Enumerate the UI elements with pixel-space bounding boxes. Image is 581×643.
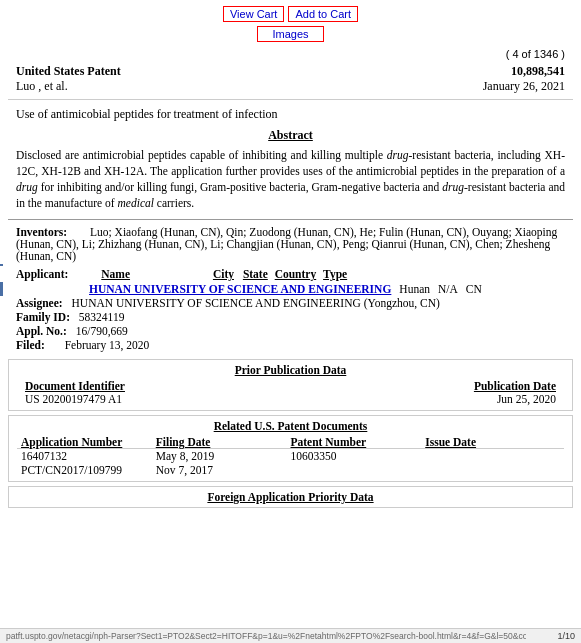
foreign-title: Foreign Application Priority Data <box>17 491 564 503</box>
applicant-label-row: Applicant: Name City State Country Type <box>0 266 581 282</box>
patent-header-right: 10,898,541 January 26, 2021 <box>483 64 565 94</box>
prior-pub-header: Document Identifier Publication Date <box>17 380 564 392</box>
filing-date-1: May 8, 2019 <box>156 450 291 462</box>
doc-id-value: US 20200197479 A1 <box>25 393 122 405</box>
assignee-label: Assignee: <box>16 297 63 309</box>
top-buttons: View Cart Add to Cart <box>0 0 581 24</box>
images-bar: Images <box>0 24 581 46</box>
doc-id-header: Document Identifier <box>25 380 125 392</box>
bottom-page: 1/10 <box>557 631 575 641</box>
applicant-city-header: City <box>213 268 234 280</box>
patent-num-2 <box>291 464 426 476</box>
patent-number: 10,898,541 <box>483 64 565 79</box>
inventors-label: Inventors: <box>16 226 86 238</box>
related-section: Related U.S. Patent Documents Applicatio… <box>8 415 573 482</box>
issue-date-header: Issue Date <box>425 436 560 448</box>
patent-num-header: Patent Number <box>291 436 426 448</box>
applicant-city-value: Hunan <box>399 283 430 295</box>
applicant-country-value: CN <box>466 283 482 295</box>
family-row: Family ID: 58324119 <box>0 310 581 324</box>
assignee-value: HUNAN UNIVERSITY OF SCIENCE AND ENGINEER… <box>72 297 440 309</box>
patent-title: Use of antimicobial peptides for treatme… <box>0 103 581 124</box>
inventors-value: Luo; Xiaofang (Hunan, CN), Qin; Zuodong … <box>16 226 557 262</box>
prior-pub-section: Prior Publication Data Document Identifi… <box>8 359 573 411</box>
filing-date-2: Nov 7, 2017 <box>156 464 291 476</box>
app-num-header: Application Number <box>21 436 156 448</box>
family-value: 58324119 <box>79 311 125 323</box>
filed-value: February 13, 2020 <box>65 339 150 351</box>
issue-date-2 <box>425 464 560 476</box>
prior-pub-row: US 20200197479 A1 Jun 25, 2020 <box>17 392 564 406</box>
related-header: Application Number Filing Date Patent Nu… <box>17 436 564 449</box>
patent-date: January 26, 2021 <box>483 79 565 94</box>
foreign-section: Foreign Application Priority Data <box>8 486 573 508</box>
related-row-2: PCT/CN2017/109799 Nov 7, 2017 <box>17 463 564 477</box>
app-num-2: PCT/CN2017/109799 <box>21 464 156 476</box>
abstract-title: Abstract <box>0 124 581 145</box>
applicant-country-header: Country <box>275 268 317 280</box>
patent-header: United States Patent Luo , et al. 10,898… <box>0 62 581 96</box>
bottom-bar: patft.uspto.gov/netacgi/nph-Parser?Sect1… <box>0 628 581 643</box>
family-label: Family ID: <box>16 311 70 323</box>
applicant-name-value[interactable]: HUNAN UNIVERSITY OF SCIENCE AND ENGINEER… <box>89 283 391 295</box>
applicant-type-header: Type <box>323 268 347 280</box>
applicant-label: Applicant: <box>16 268 68 280</box>
related-title: Related U.S. Patent Documents <box>17 420 564 436</box>
patent-type: United States Patent <box>16 64 121 79</box>
issue-date-1 <box>425 450 560 462</box>
patent-num-1: 10603350 <box>291 450 426 462</box>
appl-row: Appl. No.: 16/790,669 <box>0 324 581 338</box>
filed-row: Filed: February 13, 2020 <box>0 338 581 355</box>
pub-date-value: Jun 25, 2020 <box>497 393 556 405</box>
abstract-body: Disclosed are antimicrobial peptides cap… <box>0 145 581 215</box>
appl-label: Appl. No.: <box>16 325 67 337</box>
applicant-name-header: Name <box>101 268 130 280</box>
add-to-cart-button[interactable]: Add to Cart <box>288 6 358 22</box>
prior-pub-title: Prior Publication Data <box>17 364 564 380</box>
pub-date-header: Publication Date <box>474 380 556 392</box>
app-num-1: 16407132 <box>21 450 156 462</box>
applicant-state-header: State <box>243 268 268 280</box>
page-count: ( 4 of 1346 ) <box>0 46 581 62</box>
related-row-1: 16407132 May 8, 2019 10603350 <box>17 449 564 463</box>
inventors-section: Inventors: Luo; Xiaofang (Hunan, CN), Qi… <box>0 224 581 264</box>
patent-header-left: United States Patent Luo , et al. <box>16 64 121 94</box>
applicant-row: HUNAN UNIVERSITY OF SCIENCE AND ENGINEER… <box>0 282 581 296</box>
applicant-state-value: N/A <box>438 283 458 295</box>
bottom-url: patft.uspto.gov/netacgi/nph-Parser?Sect1… <box>6 631 526 641</box>
filing-date-header: Filing Date <box>156 436 291 448</box>
inventors-short: Luo , et al. <box>16 79 121 94</box>
view-cart-button[interactable]: View Cart <box>223 6 284 22</box>
filed-label: Filed: <box>16 339 45 351</box>
appl-value: 16/790,669 <box>76 325 128 337</box>
images-button[interactable]: Images <box>257 26 323 42</box>
assignee-row: Assignee: HUNAN UNIVERSITY OF SCIENCE AN… <box>0 296 581 310</box>
